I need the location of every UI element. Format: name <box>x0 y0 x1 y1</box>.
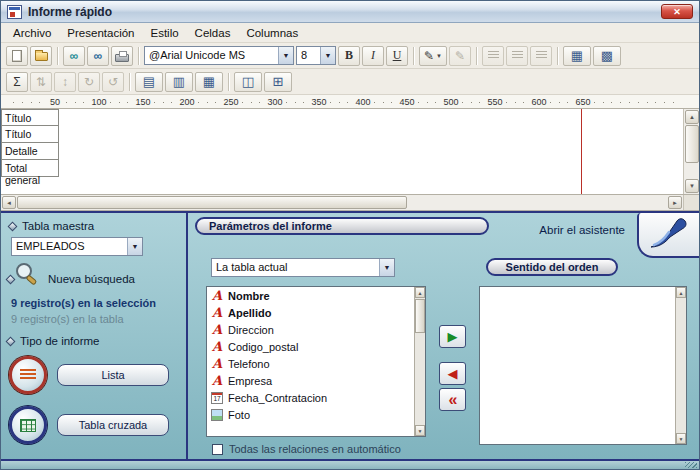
field-row[interactable]: ANombre <box>207 287 414 304</box>
chevron-down-icon[interactable]: ▼ <box>127 238 142 255</box>
report-row-titulo-2[interactable]: Título <box>1 126 59 143</box>
field-list-scroll-thumb[interactable] <box>415 299 425 333</box>
auto-relations-checkbox[interactable] <box>212 444 223 455</box>
vertical-scroll-thumb[interactable] <box>685 125 699 163</box>
pen-button-disabled[interactable]: ✎ <box>449 46 471 66</box>
field-row[interactable]: ADireccion <box>207 321 414 338</box>
scroll-up-icon[interactable]: ▲ <box>676 287 686 298</box>
field-row[interactable]: AApellido <box>207 304 414 321</box>
list-type-radio[interactable] <box>9 356 47 394</box>
horizontal-scrollbar[interactable]: ◄ ► <box>1 195 699 211</box>
open-wizard-label[interactable]: Abrir el asistente <box>539 224 625 236</box>
sort-order-list[interactable]: ▲ ▼ <box>479 286 687 445</box>
menu-bar: Archivo Presentación Estilo Celdas Colum… <box>1 23 699 43</box>
pen-icon: ✎ <box>424 49 434 63</box>
ruler-tick: 50 <box>48 96 62 108</box>
report-canvas[interactable]: Título Título Detalle Total general <box>1 109 683 194</box>
vertical-scrollbar[interactable]: ▲ ▼ <box>683 109 699 194</box>
scroll-down-icon[interactable]: ▼ <box>676 433 686 444</box>
scroll-left-icon[interactable]: ◄ <box>2 196 16 209</box>
horizontal-scroll-thumb[interactable] <box>17 196 407 209</box>
ruler-tick: 350 <box>309 96 328 108</box>
scroll-up-icon[interactable]: ▲ <box>415 287 425 298</box>
remove-field-button[interactable]: ◀ <box>439 362 466 385</box>
sort-button-2[interactable]: ↕ <box>54 72 76 92</box>
field-row[interactable]: ACodigo_postal <box>207 338 414 355</box>
chevron-down-icon[interactable]: ▼ <box>320 47 335 64</box>
table-chart-button-2[interactable]: ▩ <box>593 46 621 66</box>
cross-table-radio[interactable] <box>9 406 47 444</box>
table-chart-icon: ▩ <box>601 48 613 63</box>
field-list-scrollbar[interactable]: ▲ ▼ <box>414 287 425 436</box>
grid-button-4[interactable]: ◫ <box>234 72 262 92</box>
scrollbar-corner <box>683 195 699 210</box>
table-chart-button-1[interactable]: ▦ <box>563 46 591 66</box>
chevron-down-icon[interactable]: ▼ <box>379 259 394 276</box>
report-type-label: Tipo de informe <box>20 335 99 347</box>
add-field-button[interactable]: ▶ <box>439 325 466 348</box>
scroll-up-icon[interactable]: ▲ <box>685 110 699 124</box>
table-source-combo[interactable]: La tabla actual ▼ <box>211 258 395 277</box>
toolbar-separator <box>129 73 130 91</box>
field-row[interactable]: ATelefono <box>207 355 414 372</box>
sum-button[interactable]: Σ <box>6 72 28 92</box>
new-search-row[interactable]: Nueva búsqueda <box>7 273 135 285</box>
new-document-button[interactable] <box>6 46 28 66</box>
toolbar-separator <box>557 47 558 65</box>
menu-celdas[interactable]: Celdas <box>187 25 239 41</box>
align-center-button[interactable] <box>506 46 528 66</box>
underline-button[interactable]: U <box>386 46 408 66</box>
scroll-down-icon[interactable]: ▼ <box>685 179 699 193</box>
open-button[interactable] <box>30 46 52 66</box>
report-row-total[interactable]: Total general <box>1 160 59 177</box>
menu-estilo[interactable]: Estilo <box>142 25 186 41</box>
sort-order-title: Sentido del orden <box>486 258 618 276</box>
new-search-label[interactable]: Nueva búsqueda <box>48 273 135 285</box>
grid-button-1[interactable]: ▤ <box>135 72 163 92</box>
align-right-button[interactable] <box>530 46 552 66</box>
grid-button-5[interactable]: ⊞ <box>264 72 292 92</box>
close-button[interactable]: ✕ <box>661 4 693 19</box>
rotate-button-1[interactable]: ↻ <box>78 72 100 92</box>
font-name-combo[interactable]: @Arial Unicode MS ▼ <box>144 46 294 65</box>
bold-button[interactable]: B <box>338 46 360 66</box>
field-name: Foto <box>228 409 250 421</box>
open-wizard-button[interactable] <box>637 213 699 258</box>
print-button[interactable] <box>111 46 133 66</box>
report-row-detalle[interactable]: Detalle <box>1 143 59 160</box>
page-margin-marker[interactable] <box>581 109 582 194</box>
list-type-button[interactable]: Lista <box>57 364 169 386</box>
preview-button[interactable]: ∞ <box>87 46 109 66</box>
font-size-combo[interactable]: 8 ▼ <box>296 46 336 65</box>
date-field-icon: 17 <box>211 392 223 404</box>
chevron-down-icon[interactable]: ▼ <box>278 47 293 64</box>
sort-list-scrollbar[interactable]: ▲ ▼ <box>675 287 686 444</box>
report-row-titulo-1[interactable]: Título <box>1 109 59 126</box>
resize-grip[interactable] <box>685 462 697 468</box>
scroll-down-icon[interactable]: ▼ <box>415 425 425 436</box>
menu-archivo[interactable]: Archivo <box>5 25 59 41</box>
field-row[interactable]: AEmpresa <box>207 372 414 389</box>
sort-icon: ↕ <box>62 75 68 89</box>
borders-pen-button[interactable]: ✎▼ <box>419 46 447 66</box>
quick-report-window: Informe rápido ✕ Archivo Presentación Es… <box>0 0 700 470</box>
field-row[interactable]: Foto <box>207 406 414 423</box>
master-table-combo[interactable]: EMPLEADOS ▼ <box>11 237 143 256</box>
sort-button-1[interactable]: ⇅ <box>30 72 52 92</box>
rotate-button-2[interactable]: ↺ <box>102 72 124 92</box>
chevron-down-icon: ▼ <box>436 53 442 59</box>
grid-button-3[interactable]: ▦ <box>195 72 223 92</box>
toolbar-separator <box>476 47 477 65</box>
scroll-right-icon[interactable]: ► <box>668 196 682 209</box>
show-button[interactable]: ∞ <box>63 46 85 66</box>
remove-all-fields-button[interactable]: « <box>439 388 466 411</box>
ruler-tick: 550 <box>485 96 504 108</box>
grid-button-2[interactable]: ▥ <box>165 72 193 92</box>
menu-columnas[interactable]: Columnas <box>238 25 306 41</box>
cross-table-button[interactable]: Tabla cruzada <box>57 414 169 436</box>
menu-presentacion[interactable]: Presentación <box>59 25 142 41</box>
align-left-button[interactable] <box>482 46 504 66</box>
italic-button[interactable]: I <box>362 46 384 66</box>
field-row[interactable]: 17Fecha_Contratacion <box>207 389 414 406</box>
diamond-bullet-icon <box>6 274 16 284</box>
